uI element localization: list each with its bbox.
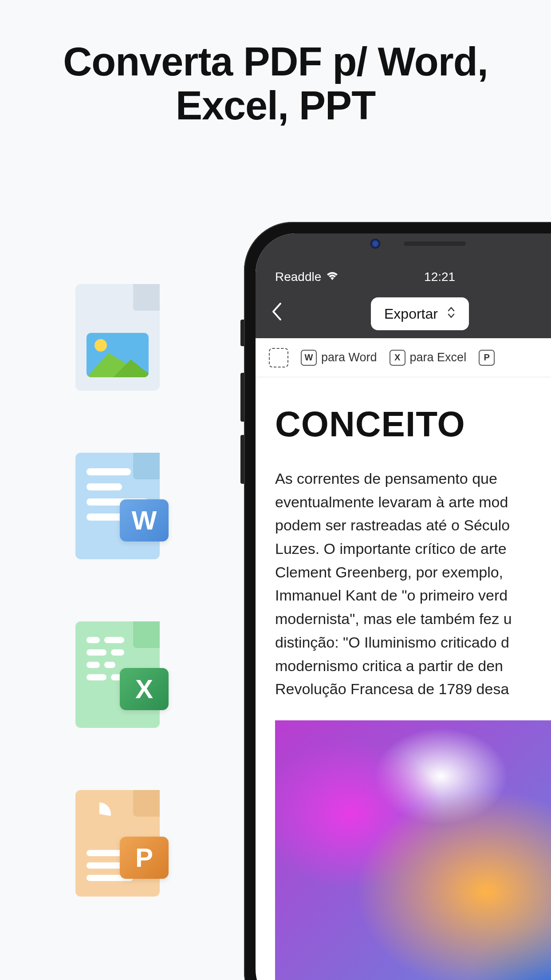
phone-speaker-icon [404,241,466,246]
export-label: Exportar [384,306,438,322]
phone-side-button [240,435,244,484]
convert-option-label: para Word [321,351,377,364]
ppt-format-badge: P [479,350,495,366]
file-type-icon-column: W X P [75,284,160,897]
phone-side-button [240,373,244,422]
status-bar: Readdle 12:21 [256,233,551,289]
word-file-icon: W [75,453,160,559]
phone-side-button [240,320,244,346]
convert-to-ppt-button[interactable]: P [479,350,499,366]
app-nav-bar: Exportar [256,289,551,338]
document-title: CONCEITO [275,404,551,445]
wifi-icon [327,270,338,284]
ppt-badge-letter: P [120,837,169,879]
convert-to-excel-button[interactable]: X para Excel [390,350,467,366]
document-paragraph: As correntes de pensamento que eventualm… [275,467,551,701]
ppt-file-icon: P [75,790,160,897]
convert-to-word-button[interactable]: W para Word [301,350,377,366]
convert-options-strip: W para Word X para Excel P [256,338,551,377]
word-format-badge: W [301,350,317,366]
convert-option-label: para Excel [410,351,467,364]
word-badge-letter: W [120,499,169,541]
phone-mockup: Readdle 12:21 Exportar W [244,222,551,980]
chevron-up-down-icon [447,306,456,322]
excel-file-icon: X [75,621,160,728]
phone-camera-icon [370,239,380,249]
image-file-icon [75,284,160,391]
selection-icon[interactable] [269,348,288,368]
excel-badge-letter: X [120,668,169,710]
back-button[interactable] [271,301,282,327]
clock-label: 12:21 [424,270,455,284]
phone-screen: Readdle 12:21 Exportar W [256,233,551,980]
excel-format-badge: X [390,350,405,366]
promo-headline: Converta PDF p/ Word, Excel, PPT [0,0,551,128]
document-content: CONCEITO As correntes de pensamento que … [256,377,551,980]
export-dropdown[interactable]: Exportar [371,297,469,330]
carrier-label: Readdle [275,270,321,284]
document-embedded-image [275,720,551,980]
